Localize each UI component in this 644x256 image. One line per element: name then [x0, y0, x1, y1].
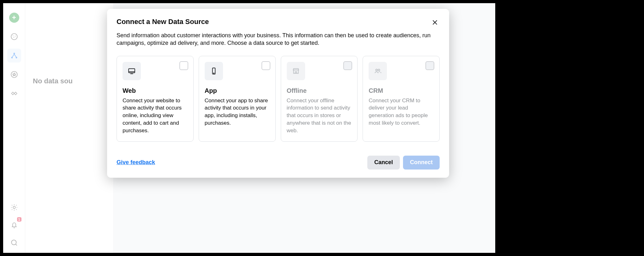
cancel-button[interactable]: Cancel [367, 156, 400, 170]
svg-point-14 [378, 69, 380, 71]
nav-custom-conversions[interactable] [7, 68, 21, 81]
bell-icon [10, 221, 18, 229]
handshake-icon [10, 89, 18, 98]
option-offline: Offline Connect your offline information… [281, 56, 358, 142]
nav-partner-integrations[interactable] [7, 86, 21, 100]
svg-point-9 [11, 240, 16, 245]
option-app-radio[interactable] [262, 61, 270, 70]
nav-data-sources[interactable] [7, 49, 21, 63]
option-app[interactable]: App Connect your app to share activity t… [199, 56, 276, 142]
connect-button[interactable]: Connect [403, 156, 440, 170]
svg-point-0 [11, 33, 17, 40]
nav-overview[interactable] [7, 30, 21, 44]
gauge-icon [10, 33, 18, 41]
svg-rect-10 [129, 68, 135, 73]
svg-point-8 [13, 206, 15, 208]
desktop-icon [123, 62, 141, 80]
option-crm-title: CRM [369, 87, 434, 94]
close-icon [431, 19, 438, 26]
notification-badge: 1 [17, 217, 21, 222]
create-button[interactable]: + [7, 11, 21, 25]
svg-point-2 [15, 36, 15, 36]
give-feedback-link[interactable]: Give feedback [117, 159, 155, 166]
option-web[interactable]: Web Connect your website to share activi… [117, 56, 194, 142]
option-offline-radio [343, 61, 352, 70]
people-icon [369, 62, 387, 80]
left-nav: + [3, 3, 25, 253]
option-crm-desc: Connect your CRM to deliver your lead ge… [369, 97, 434, 127]
modal-description: Send information about customer interact… [117, 32, 440, 47]
network-icon [10, 51, 18, 60]
secondary-panel: No data sou [25, 3, 114, 253]
option-web-radio[interactable] [179, 61, 188, 70]
search-icon [10, 239, 18, 247]
modal-close-button[interactable] [430, 18, 440, 27]
no-data-sources-title: No data sou [33, 77, 106, 85]
settings-button[interactable] [7, 200, 21, 214]
data-source-options: Web Connect your website to share activi… [117, 56, 440, 142]
svg-point-1 [13, 35, 13, 36]
option-offline-desc: Connect your offline information to send… [287, 97, 352, 134]
store-icon [287, 62, 305, 80]
star-icon [10, 70, 18, 79]
svg-point-13 [376, 69, 377, 71]
option-web-title: Web [123, 87, 188, 94]
connect-data-source-modal: Connect a New Data Source Send informati… [107, 9, 449, 178]
plus-icon: + [9, 13, 19, 23]
option-app-title: App [205, 87, 270, 94]
option-offline-title: Offline [287, 87, 352, 94]
gear-icon [10, 203, 18, 211]
notifications-button[interactable]: 1 [7, 218, 21, 232]
option-crm-radio [425, 61, 434, 70]
svg-point-12 [214, 73, 214, 74]
option-web-desc: Connect your website to share activity t… [123, 97, 188, 134]
svg-point-3 [13, 37, 14, 38]
svg-point-4 [13, 53, 15, 54]
option-app-desc: Connect your app to share activity that … [205, 97, 270, 127]
option-crm: CRM Connect your CRM to deliver your lea… [363, 56, 440, 142]
search-button[interactable] [7, 236, 21, 250]
modal-title: Connect a New Data Source [117, 18, 209, 26]
smartphone-icon [205, 62, 223, 80]
